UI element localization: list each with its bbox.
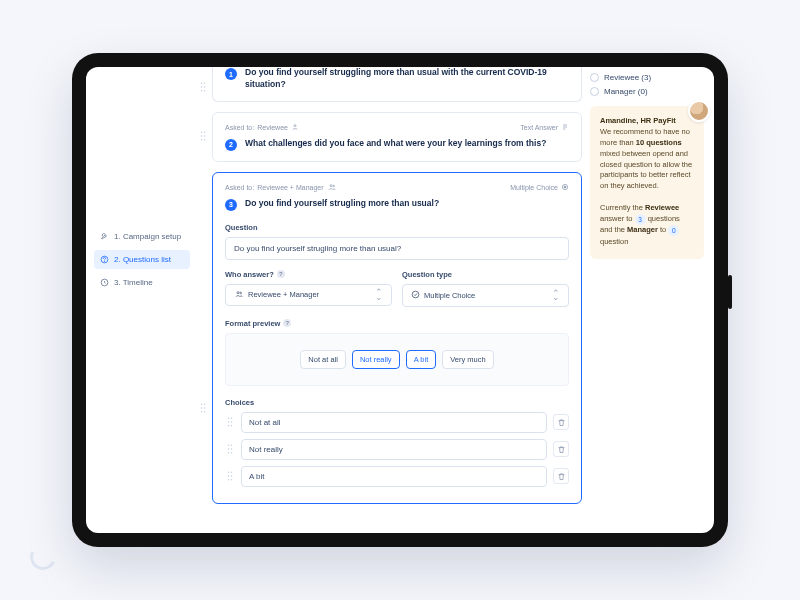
help-icon[interactable]: ?: [277, 270, 285, 278]
svg-point-31: [228, 422, 230, 424]
question-row: 1 Do you find yourself struggling more t…: [198, 67, 582, 102]
question-title: Do you find yourself strugling more than…: [245, 198, 439, 210]
svg-point-4: [204, 83, 206, 85]
preview-chip[interactable]: Not at all: [300, 350, 346, 369]
svg-point-28: [412, 291, 419, 298]
svg-point-15: [294, 124, 296, 126]
who-answer-select[interactable]: Reviewee + Manager ⌃⌄: [225, 284, 392, 306]
question-type-meta: Multiple Choice: [510, 183, 569, 192]
question-card[interactable]: 1 Do you find yourself struggling more t…: [212, 67, 582, 102]
trash-icon: [557, 445, 566, 454]
svg-point-30: [231, 418, 233, 420]
question-number-badge: 2: [225, 139, 237, 151]
choice-input[interactable]: [241, 466, 547, 487]
svg-point-8: [204, 90, 206, 92]
question-row: Asked to: Reviewee Text Answer: [198, 112, 582, 162]
delete-choice-button[interactable]: [553, 441, 569, 457]
choice-input[interactable]: [241, 439, 547, 460]
svg-point-5: [201, 86, 203, 88]
question-type-select[interactable]: Multiple Choice ⌃⌄: [402, 284, 569, 307]
tip-author: Amandine, HR PayFit: [600, 116, 676, 125]
choices-label: Choices: [225, 398, 569, 407]
svg-point-22: [330, 184, 332, 186]
question-type-meta: Text Answer: [520, 123, 569, 132]
svg-point-10: [204, 131, 206, 133]
tip-card: Amandine, HR PayFit We recommend to have…: [590, 106, 704, 259]
people-icon: [234, 290, 244, 300]
svg-point-39: [228, 452, 230, 454]
drag-handle-icon[interactable]: [198, 81, 208, 93]
radio-icon: [590, 87, 599, 96]
app-screen: 1. Campaign setup 2. Questions list 3. T…: [86, 67, 714, 533]
svg-point-14: [204, 139, 206, 141]
nav-step-timeline[interactable]: 3. Timeline: [94, 273, 190, 292]
drag-handle-icon[interactable]: [198, 402, 208, 414]
svg-point-38: [231, 449, 233, 451]
svg-point-18: [201, 407, 203, 409]
help-icon[interactable]: ?: [283, 319, 291, 327]
who-answer-label: Who answer? ?: [225, 270, 392, 279]
svg-point-21: [204, 411, 206, 413]
preview-chip[interactable]: A bit: [406, 350, 437, 369]
clock-icon: [100, 278, 109, 287]
svg-point-33: [228, 425, 230, 427]
svg-point-37: [228, 449, 230, 451]
choice-row: [225, 439, 569, 460]
audience-radio-reviewee[interactable]: Reviewee (3): [590, 73, 704, 82]
wrench-icon: [100, 232, 109, 241]
question-title: Do you find yourself struggling more tha…: [245, 67, 569, 91]
wizard-sidebar: 1. Campaign setup 2. Questions list 3. T…: [86, 67, 198, 533]
questions-main: 1 Do you find yourself struggling more t…: [198, 67, 586, 533]
drag-handle-icon[interactable]: [225, 470, 235, 482]
nav-step-setup[interactable]: 1. Campaign setup: [94, 227, 190, 246]
asked-to-meta: Asked to: Reviewee + Manager: [225, 183, 337, 192]
preview-chip[interactable]: Not really: [352, 350, 400, 369]
svg-point-40: [231, 452, 233, 454]
svg-point-43: [228, 476, 230, 478]
preview-chip[interactable]: Very much: [442, 350, 493, 369]
check-badge-icon: [411, 290, 420, 301]
drag-handle-icon[interactable]: [225, 416, 235, 428]
drag-handle-icon[interactable]: [225, 443, 235, 455]
chevron-updown-icon: ⌃⌄: [375, 290, 383, 299]
svg-point-29: [228, 418, 230, 420]
delete-choice-button[interactable]: [553, 414, 569, 430]
audience-radio-manager[interactable]: Manager (0): [590, 87, 704, 96]
svg-point-19: [204, 407, 206, 409]
question-number-badge: 3: [225, 199, 237, 211]
asked-to-meta: Asked to: Reviewee: [225, 123, 299, 132]
svg-point-7: [201, 90, 203, 92]
nav-step-label: 2. Questions list: [114, 255, 171, 264]
audience-filter: Reviewee (3) Manager (0): [590, 73, 704, 96]
question-card-selected[interactable]: Asked to: Reviewee + Manager Multiple Ch…: [212, 172, 582, 504]
drag-handle-icon[interactable]: [198, 130, 208, 142]
question-type-label: Question type: [402, 270, 569, 279]
choice-row: [225, 412, 569, 433]
question-field-label: Question: [225, 223, 569, 232]
svg-point-25: [564, 186, 566, 188]
svg-point-20: [201, 411, 203, 413]
delete-choice-button[interactable]: [553, 468, 569, 484]
svg-point-45: [228, 479, 230, 481]
svg-point-23: [332, 185, 334, 187]
question-card[interactable]: Asked to: Reviewee Text Answer: [212, 112, 582, 162]
person-icon: [291, 123, 299, 132]
svg-point-35: [228, 445, 230, 447]
device-frame: 1. Campaign setup 2. Questions list 3. T…: [72, 53, 728, 547]
svg-point-16: [201, 403, 203, 405]
choice-row: [225, 466, 569, 487]
trash-icon: [557, 418, 566, 427]
svg-point-46: [231, 479, 233, 481]
chevron-updown-icon: ⌃⌄: [552, 291, 560, 300]
svg-point-13: [201, 139, 203, 141]
svg-point-41: [228, 472, 230, 474]
nav-step-questions[interactable]: 2. Questions list: [94, 250, 190, 269]
svg-point-36: [231, 445, 233, 447]
avatar: [688, 100, 710, 122]
question-text-input[interactable]: [225, 237, 569, 260]
svg-point-1: [104, 261, 105, 262]
svg-point-32: [231, 422, 233, 424]
count-pill: 3: [635, 214, 646, 225]
count-pill: 0: [668, 225, 679, 236]
choice-input[interactable]: [241, 412, 547, 433]
